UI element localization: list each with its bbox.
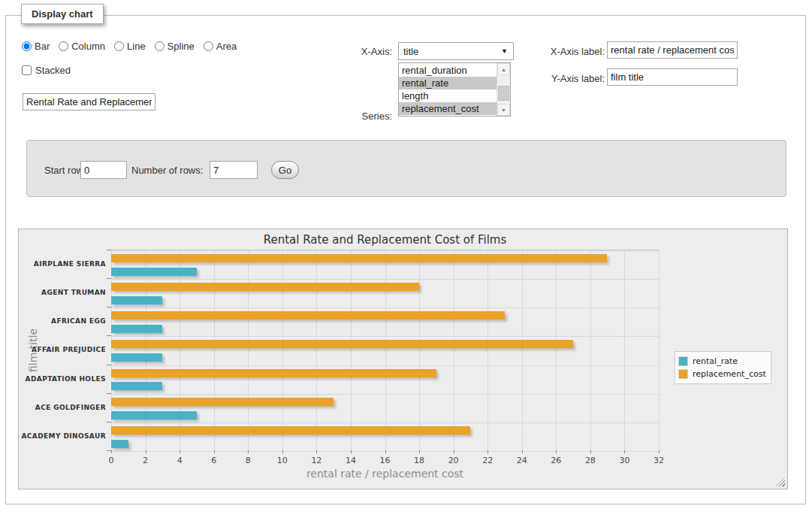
gridline-x-28 bbox=[590, 250, 591, 450]
x-tick-label: 20 bbox=[448, 456, 459, 465]
gridline-y bbox=[111, 394, 659, 395]
gridline-x-32 bbox=[659, 250, 660, 450]
chart-title: Rental Rate and Replacement Cost of Film… bbox=[111, 233, 659, 247]
series-label: Series: bbox=[306, 111, 392, 122]
x-tick-mark bbox=[488, 450, 488, 453]
bar-replacement_cost bbox=[111, 426, 470, 435]
scroll-track[interactable] bbox=[497, 75, 510, 104]
gridline-x-20 bbox=[454, 250, 454, 450]
chart-type-column[interactable]: Column bbox=[59, 41, 105, 52]
x-axis-label-input[interactable] bbox=[607, 41, 738, 59]
gridline-x-30 bbox=[624, 250, 625, 450]
chart-type-label-bar: Bar bbox=[35, 41, 50, 52]
x-axis-label-field-label: X-Axis label: bbox=[517, 46, 605, 57]
chart-type-radio-bar[interactable] bbox=[22, 41, 32, 51]
chart-type-line[interactable]: Line bbox=[114, 41, 146, 52]
scroll-thumb[interactable] bbox=[498, 86, 509, 101]
gridline-x-10 bbox=[282, 250, 283, 450]
legend-item-replacement_cost: replacement_cost bbox=[678, 368, 766, 380]
scroll-up-icon[interactable]: ▲ bbox=[497, 63, 510, 75]
chart-type-bar[interactable]: Bar bbox=[22, 41, 50, 52]
category-label: AFFAIR PREJUDICE bbox=[19, 335, 106, 364]
chart-type-radio-column[interactable] bbox=[59, 41, 68, 51]
gridline-x-18 bbox=[419, 250, 420, 450]
resize-grip-icon[interactable] bbox=[776, 477, 785, 486]
x-tick-label: 10 bbox=[277, 456, 288, 465]
chart-type-radio-spline[interactable] bbox=[155, 41, 165, 51]
x-tick-label: 32 bbox=[654, 456, 664, 465]
y-tick-mark bbox=[107, 422, 111, 423]
series-listbox[interactable]: rental_durationrental_ratelengthreplacem… bbox=[398, 62, 511, 117]
bar-replacement_cost bbox=[111, 283, 419, 291]
gridline-x-26 bbox=[556, 250, 557, 450]
x-tick-mark bbox=[111, 450, 112, 453]
gridline-x-12 bbox=[316, 250, 317, 450]
num-rows-input[interactable] bbox=[210, 161, 258, 179]
chart-type-spline[interactable]: Spline bbox=[155, 41, 195, 52]
x-tick-label: 8 bbox=[246, 456, 251, 465]
y-tick-mark bbox=[107, 335, 111, 336]
gridline-x-4 bbox=[180, 250, 180, 450]
gridline-x-14 bbox=[351, 250, 352, 450]
gridline-y bbox=[111, 250, 659, 251]
paging-panel: Start row: Number of rows: Go bbox=[26, 140, 786, 197]
x-tick-label: 28 bbox=[585, 456, 596, 465]
y-axis-label-field-label: Y-Axis label: bbox=[517, 73, 605, 84]
legend-label-rental_rate: rental_rate bbox=[693, 356, 738, 366]
y-tick-mark bbox=[107, 393, 111, 394]
start-row-input[interactable] bbox=[80, 161, 127, 179]
category-label: ADAPTATION HOLES bbox=[19, 365, 106, 393]
category-label: ACE GOLDFINGER bbox=[19, 393, 106, 422]
bar-rental_rate bbox=[111, 325, 162, 333]
series-listbox-items: rental_durationrental_ratelengthreplacem… bbox=[399, 63, 497, 116]
gridline-x-24 bbox=[522, 250, 523, 450]
go-button[interactable]: Go bbox=[271, 161, 299, 179]
x-axis-select[interactable]: title ▼ bbox=[398, 42, 514, 60]
chart-type-label-spline: Spline bbox=[168, 41, 195, 52]
x-tick-mark bbox=[659, 450, 660, 453]
bar-rental_rate bbox=[111, 440, 128, 448]
series-option-length[interactable]: length bbox=[399, 89, 497, 102]
x-tick-mark bbox=[214, 450, 215, 453]
stacked-checkbox[interactable] bbox=[22, 65, 32, 75]
x-tick-mark bbox=[248, 450, 249, 453]
legend-swatch-replacement_cost bbox=[678, 369, 688, 379]
gridline-y bbox=[111, 336, 659, 337]
x-tick-mark bbox=[146, 450, 146, 453]
x-tick-mark bbox=[180, 450, 180, 453]
x-tick-label: 30 bbox=[619, 456, 629, 465]
num-rows-label: Number of rows: bbox=[131, 165, 203, 176]
stacked-option[interactable]: Stacked bbox=[22, 65, 71, 76]
category-label: AGENT TRUMAN bbox=[19, 278, 106, 307]
stacked-label: Stacked bbox=[35, 65, 71, 76]
series-option-replacement_cost[interactable]: replacement_cost bbox=[399, 102, 497, 115]
bar-rental_rate bbox=[111, 353, 162, 362]
category-label: AIRPLANE SIERRA bbox=[19, 250, 106, 278]
category-label: AFRICAN EGG bbox=[19, 307, 106, 335]
series-scrollbar[interactable]: ▲ ▼ bbox=[497, 63, 510, 116]
gridline-y bbox=[111, 279, 659, 280]
chart-title-input[interactable] bbox=[23, 93, 155, 111]
x-axis-select-label: X-Axis: bbox=[306, 46, 392, 57]
chart-type-area[interactable]: Area bbox=[204, 41, 237, 52]
y-axis-label-input[interactable] bbox=[607, 68, 738, 86]
chart-type-radio-line[interactable] bbox=[114, 41, 124, 51]
chevron-down-icon: ▼ bbox=[501, 47, 508, 55]
legend-swatch-rental_rate bbox=[678, 356, 688, 366]
series-option-rental_duration[interactable]: rental_duration bbox=[399, 64, 497, 77]
y-tick-mark bbox=[107, 450, 111, 451]
display-chart-fieldset: Display chart BarColumnLineSplineArea St… bbox=[5, 15, 806, 504]
chart-type-radios: BarColumnLineSplineArea bbox=[22, 41, 237, 52]
y-tick-mark bbox=[107, 278, 111, 279]
chart-legend: rental_ratereplacement_cost bbox=[675, 351, 771, 384]
category-label: ACADEMY DINOSAUR bbox=[19, 422, 106, 450]
series-option-rental_rate[interactable]: rental_rate bbox=[399, 77, 497, 89]
chart-type-radio-area[interactable] bbox=[204, 41, 213, 51]
bar-replacement_cost bbox=[111, 340, 573, 348]
chart-type-label-line: Line bbox=[127, 41, 146, 52]
x-tick-mark bbox=[385, 450, 386, 453]
y-tick-mark bbox=[107, 307, 111, 308]
scroll-down-icon[interactable]: ▼ bbox=[497, 104, 510, 116]
bar-replacement_cost bbox=[111, 398, 334, 406]
x-tick-label: 22 bbox=[482, 456, 493, 465]
